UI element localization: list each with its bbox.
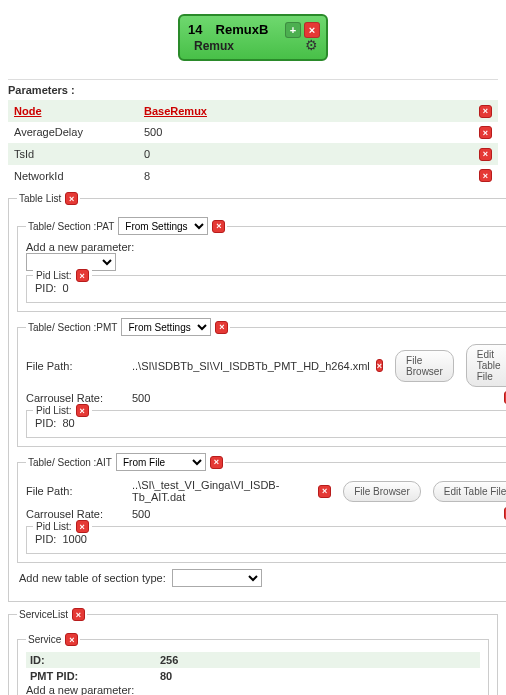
edit-table-button[interactable]: Edit Table File <box>466 344 506 387</box>
delete-icon[interactable]: × <box>65 633 78 646</box>
table-list-legend: Table List × <box>17 192 80 205</box>
param-label: TsId <box>14 148 144 160</box>
pid-list: Pid List: × PID: 80 <box>26 410 506 438</box>
pid-value: 80 <box>62 417 74 429</box>
param-value: 500 <box>144 126 472 138</box>
service-legend: Service × <box>26 633 80 646</box>
section-label: Table/ Section :PMT <box>28 322 117 333</box>
source-select[interactable]: From Settings <box>118 217 208 235</box>
param-value[interactable]: BaseRemux <box>144 105 472 117</box>
table-section-legend: Table/ Section :PAT From Settings × <box>26 217 227 235</box>
param-row: NetworkId 8 × <box>8 165 498 187</box>
pid-label: PID: <box>35 533 56 545</box>
delete-icon[interactable]: × <box>65 192 78 205</box>
pid-value: 1000 <box>62 533 86 545</box>
carousel-value: 500 <box>132 392 498 404</box>
node-title: RemuxB <box>216 22 269 37</box>
pid-label: PID: <box>35 282 56 294</box>
delete-icon[interactable]: × <box>376 359 383 372</box>
source-select[interactable]: From File <box>116 453 206 471</box>
carousel-value: 500 <box>132 508 498 520</box>
file-path-label: File Path: <box>26 485 126 497</box>
add-param-label: Add a new parameter: <box>26 241 506 253</box>
param-row-node: Node BaseRemux × <box>8 100 498 122</box>
param-label: NetworkId <box>14 170 144 182</box>
table-section-ait: Table/ Section :AIT From File × File Pat… <box>17 453 506 563</box>
param-label[interactable]: Node <box>14 105 144 117</box>
node-header: 14 RemuxB Remux + × ⚙ <box>178 14 328 61</box>
service-list-legend-text: ServiceList <box>19 609 68 620</box>
table-section-legend: Table/ Section :AIT From File × <box>26 453 225 471</box>
pid-list-legend: Pid List: <box>36 405 72 416</box>
file-path-value: ..\SI\ISDBTb_SI\VI_ISDBTb_PMT_HD_h264.xm… <box>132 360 370 372</box>
delete-icon[interactable]: × <box>212 220 225 233</box>
add-icon[interactable]: + <box>285 22 301 38</box>
source-select[interactable]: From Settings <box>121 318 211 336</box>
service-list-fieldset: ServiceList × Service × ID: 256 PMT PID:… <box>8 608 498 695</box>
carousel-label: Carrousel Rate: <box>26 392 126 404</box>
gear-icon[interactable]: ⚙ <box>305 37 318 53</box>
table-section-pat: Table/ Section :PAT From Settings × Add … <box>17 217 506 312</box>
carousel-label: Carrousel Rate: <box>26 508 126 520</box>
node-number: 14 <box>188 22 202 37</box>
delete-icon[interactable]: × <box>318 485 331 498</box>
pid-value: 0 <box>62 282 68 294</box>
param-label: AverageDelay <box>14 126 144 138</box>
node-subtitle: Remux <box>194 39 318 53</box>
param-row: AverageDelay 500 × <box>8 122 498 144</box>
service-value: 256 <box>160 654 476 666</box>
pid-list-legend: Pid List: <box>36 521 72 532</box>
delete-icon[interactable]: × <box>76 404 89 417</box>
delete-icon[interactable]: × <box>72 608 85 621</box>
section-label: Table/ Section :PAT <box>28 221 114 232</box>
delete-icon[interactable]: × <box>76 520 89 533</box>
table-section-legend: Table/ Section :PMT From Settings × <box>26 318 230 336</box>
delete-icon[interactable]: × <box>479 105 492 118</box>
pid-label: PID: <box>35 417 56 429</box>
file-browser-button[interactable]: File Browser <box>343 481 421 502</box>
file-path-value: ..\SI\_test_VI_Ginga\VI_ISDB-Tb_AIT.dat <box>132 479 312 503</box>
pid-list: Pid List: × PID: 0 <box>26 275 506 303</box>
table-list-legend-text: Table List <box>19 193 61 204</box>
service-value: 80 <box>160 670 476 682</box>
add-table-label: Add new table of section type: <box>19 572 166 584</box>
section-label: Table/ Section :AIT <box>28 457 112 468</box>
service-key: PMT PID: <box>30 670 160 682</box>
param-row: TsId 0 × <box>8 143 498 165</box>
file-browser-button[interactable]: File Browser <box>395 350 454 382</box>
service-key: ID: <box>30 654 160 666</box>
service-row: PMT PID: 80 <box>26 668 480 684</box>
delete-icon[interactable]: × <box>479 148 492 161</box>
pid-list: Pid List: × PID: 1000 <box>26 526 506 554</box>
divider <box>8 79 498 80</box>
delete-icon[interactable]: × <box>215 321 228 334</box>
add-param-label: Add a new parameter: <box>26 684 480 695</box>
service-fieldset: Service × ID: 256 PMT PID: 80 Add a new … <box>17 633 489 695</box>
table-section-pmt: Table/ Section :PMT From Settings × File… <box>17 318 506 447</box>
service-legend-text: Service <box>28 634 61 645</box>
pid-list-legend: Pid List: <box>36 270 72 281</box>
edit-table-button[interactable]: Edit Table File <box>433 481 506 502</box>
service-list-legend: ServiceList × <box>17 608 87 621</box>
delete-icon[interactable]: × <box>210 456 223 469</box>
file-path-label: File Path: <box>26 360 126 372</box>
service-row: ID: 256 <box>26 652 480 668</box>
delete-icon[interactable]: × <box>76 269 89 282</box>
param-value: 8 <box>144 170 472 182</box>
add-table-select[interactable] <box>172 569 262 587</box>
table-list-fieldset: Table List × Table/ Section :PAT From Se… <box>8 192 506 602</box>
delete-icon[interactable]: × <box>479 169 492 182</box>
parameters-title: Parameters : <box>8 84 498 96</box>
param-value: 0 <box>144 148 472 160</box>
delete-icon[interactable]: × <box>479 126 492 139</box>
close-icon[interactable]: × <box>304 22 320 38</box>
